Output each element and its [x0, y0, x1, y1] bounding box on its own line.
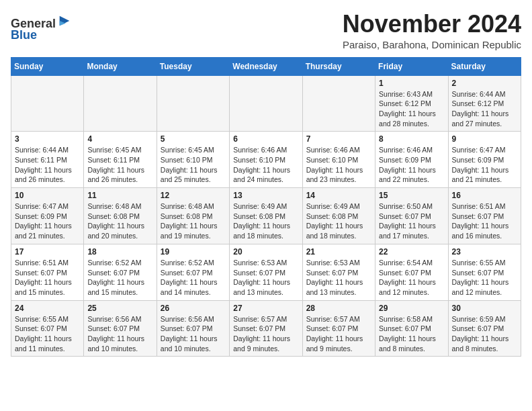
logo-blue-text: Blue [11, 28, 37, 42]
calendar-cell: 29Sunrise: 6:58 AM Sunset: 6:07 PM Dayli… [375, 300, 448, 357]
calendar-cell: 23Sunrise: 6:55 AM Sunset: 6:07 PM Dayli… [448, 244, 521, 300]
calendar-cell: 10Sunrise: 6:47 AM Sunset: 6:09 PM Dayli… [11, 188, 84, 244]
calendar-cell: 4Sunrise: 6:45 AM Sunset: 6:11 PM Daylig… [84, 132, 157, 188]
calendar-cell: 8Sunrise: 6:46 AM Sunset: 6:09 PM Daylig… [375, 132, 448, 188]
day-of-week-header: Sunday [11, 57, 84, 75]
day-info: Sunrise: 6:58 AM Sunset: 6:07 PM Dayligh… [379, 314, 444, 354]
title-block: November 2024 Paraiso, Barahona, Dominic… [343, 11, 521, 50]
day-info: Sunrise: 6:49 AM Sunset: 6:08 PM Dayligh… [233, 201, 298, 241]
day-info: Sunrise: 6:46 AM Sunset: 6:09 PM Dayligh… [379, 145, 444, 185]
calendar-cell: 22Sunrise: 6:54 AM Sunset: 6:07 PM Dayli… [375, 244, 448, 300]
day-info: Sunrise: 6:46 AM Sunset: 6:10 PM Dayligh… [306, 145, 371, 185]
day-info: Sunrise: 6:52 AM Sunset: 6:07 PM Dayligh… [161, 258, 226, 298]
calendar-week-row: 24Sunrise: 6:55 AM Sunset: 6:07 PM Dayli… [11, 300, 521, 357]
day-of-week-header: Tuesday [157, 57, 229, 75]
day-number: 26 [161, 304, 226, 313]
day-info: Sunrise: 6:54 AM Sunset: 6:07 PM Dayligh… [379, 258, 444, 298]
page-header: General Blue November 2024 Paraiso, Bara… [11, 11, 521, 50]
day-info: Sunrise: 6:55 AM Sunset: 6:07 PM Dayligh… [15, 314, 80, 354]
calendar-cell [302, 75, 375, 132]
calendar-cell: 26Sunrise: 6:56 AM Sunset: 6:07 PM Dayli… [157, 300, 229, 357]
day-number: 19 [161, 247, 226, 257]
day-number: 3 [15, 134, 80, 144]
day-number: 22 [379, 247, 444, 257]
calendar-cell: 17Sunrise: 6:51 AM Sunset: 6:07 PM Dayli… [11, 244, 84, 300]
calendar-cell: 19Sunrise: 6:52 AM Sunset: 6:07 PM Dayli… [157, 244, 229, 300]
day-info: Sunrise: 6:47 AM Sunset: 6:09 PM Dayligh… [452, 145, 517, 185]
day-of-week-header: Friday [375, 57, 448, 75]
calendar-header: SundayMondayTuesdayWednesdayThursdayFrid… [11, 57, 521, 75]
day-info: Sunrise: 6:57 AM Sunset: 6:07 PM Dayligh… [306, 314, 371, 354]
calendar-week-row: 10Sunrise: 6:47 AM Sunset: 6:09 PM Dayli… [11, 188, 521, 244]
calendar-cell: 28Sunrise: 6:57 AM Sunset: 6:07 PM Dayli… [302, 300, 375, 357]
day-number: 4 [87, 134, 152, 144]
calendar-cell: 30Sunrise: 6:59 AM Sunset: 6:07 PM Dayli… [448, 300, 521, 357]
day-number: 25 [87, 304, 152, 313]
day-number: 16 [452, 191, 517, 200]
calendar-cell: 11Sunrise: 6:48 AM Sunset: 6:08 PM Dayli… [84, 188, 157, 244]
day-number: 20 [233, 247, 298, 257]
day-of-week-header: Wednesday [230, 57, 302, 75]
calendar-cell: 5Sunrise: 6:45 AM Sunset: 6:10 PM Daylig… [157, 132, 229, 188]
day-info: Sunrise: 6:48 AM Sunset: 6:08 PM Dayligh… [161, 201, 226, 241]
calendar-body: 1Sunrise: 6:43 AM Sunset: 6:12 PM Daylig… [11, 75, 521, 357]
day-info: Sunrise: 6:51 AM Sunset: 6:07 PM Dayligh… [15, 258, 80, 298]
day-number: 10 [15, 191, 80, 200]
day-number: 12 [161, 191, 226, 200]
calendar-cell: 6Sunrise: 6:46 AM Sunset: 6:10 PM Daylig… [230, 132, 302, 188]
day-info: Sunrise: 6:55 AM Sunset: 6:07 PM Dayligh… [452, 258, 517, 298]
logo-icon [57, 13, 72, 28]
calendar-cell [11, 75, 84, 132]
day-of-week-header: Saturday [448, 57, 521, 75]
day-number: 27 [233, 304, 298, 313]
calendar-cell: 13Sunrise: 6:49 AM Sunset: 6:08 PM Dayli… [230, 188, 302, 244]
day-info: Sunrise: 6:51 AM Sunset: 6:07 PM Dayligh… [452, 201, 517, 241]
day-info: Sunrise: 6:57 AM Sunset: 6:07 PM Dayligh… [233, 314, 298, 354]
calendar-cell: 15Sunrise: 6:50 AM Sunset: 6:07 PM Dayli… [375, 188, 448, 244]
logo: General Blue [11, 13, 72, 42]
calendar-cell: 20Sunrise: 6:53 AM Sunset: 6:07 PM Dayli… [230, 244, 302, 300]
month-title: November 2024 [343, 11, 521, 38]
calendar-cell: 25Sunrise: 6:56 AM Sunset: 6:07 PM Dayli… [84, 300, 157, 357]
day-info: Sunrise: 6:59 AM Sunset: 6:07 PM Dayligh… [452, 314, 517, 354]
day-info: Sunrise: 6:45 AM Sunset: 6:11 PM Dayligh… [87, 145, 152, 185]
day-info: Sunrise: 6:45 AM Sunset: 6:10 PM Dayligh… [161, 145, 226, 185]
location-subtitle: Paraiso, Barahona, Dominican Republic [343, 39, 521, 50]
day-info: Sunrise: 6:46 AM Sunset: 6:10 PM Dayligh… [233, 145, 298, 185]
day-header-row: SundayMondayTuesdayWednesdayThursdayFrid… [11, 57, 521, 75]
calendar-cell: 3Sunrise: 6:44 AM Sunset: 6:11 PM Daylig… [11, 132, 84, 188]
day-info: Sunrise: 6:49 AM Sunset: 6:08 PM Dayligh… [306, 201, 371, 241]
day-info: Sunrise: 6:50 AM Sunset: 6:07 PM Dayligh… [379, 201, 444, 241]
calendar-cell: 1Sunrise: 6:43 AM Sunset: 6:12 PM Daylig… [375, 75, 448, 132]
day-info: Sunrise: 6:44 AM Sunset: 6:11 PM Dayligh… [15, 145, 80, 185]
calendar-cell: 14Sunrise: 6:49 AM Sunset: 6:08 PM Dayli… [302, 188, 375, 244]
day-info: Sunrise: 6:52 AM Sunset: 6:07 PM Dayligh… [87, 258, 152, 298]
calendar-week-row: 3Sunrise: 6:44 AM Sunset: 6:11 PM Daylig… [11, 132, 521, 188]
day-number: 9 [452, 134, 517, 144]
calendar-week-row: 1Sunrise: 6:43 AM Sunset: 6:12 PM Daylig… [11, 75, 521, 132]
day-info: Sunrise: 6:47 AM Sunset: 6:09 PM Dayligh… [15, 201, 80, 241]
day-number: 1 [379, 79, 444, 88]
day-info: Sunrise: 6:56 AM Sunset: 6:07 PM Dayligh… [161, 314, 226, 354]
calendar-cell: 2Sunrise: 6:44 AM Sunset: 6:12 PM Daylig… [448, 75, 521, 132]
calendar-cell [157, 75, 229, 132]
day-info: Sunrise: 6:48 AM Sunset: 6:08 PM Dayligh… [87, 201, 152, 241]
calendar-table: SundayMondayTuesdayWednesdayThursdayFrid… [11, 57, 521, 357]
day-number: 5 [161, 134, 226, 144]
calendar-cell [230, 75, 302, 132]
day-number: 2 [452, 79, 517, 88]
day-number: 13 [233, 191, 298, 200]
calendar-cell: 12Sunrise: 6:48 AM Sunset: 6:08 PM Dayli… [157, 188, 229, 244]
day-number: 29 [379, 304, 444, 313]
calendar-cell: 21Sunrise: 6:53 AM Sunset: 6:07 PM Dayli… [302, 244, 375, 300]
day-number: 7 [306, 134, 371, 144]
day-number: 17 [15, 247, 80, 257]
day-number: 18 [87, 247, 152, 257]
calendar-cell: 9Sunrise: 6:47 AM Sunset: 6:09 PM Daylig… [448, 132, 521, 188]
day-number: 6 [233, 134, 298, 144]
day-number: 24 [15, 304, 80, 313]
day-info: Sunrise: 6:44 AM Sunset: 6:12 PM Dayligh… [452, 89, 517, 129]
calendar-cell: 27Sunrise: 6:57 AM Sunset: 6:07 PM Dayli… [230, 300, 302, 357]
day-of-week-header: Thursday [302, 57, 375, 75]
day-number: 8 [379, 134, 444, 144]
